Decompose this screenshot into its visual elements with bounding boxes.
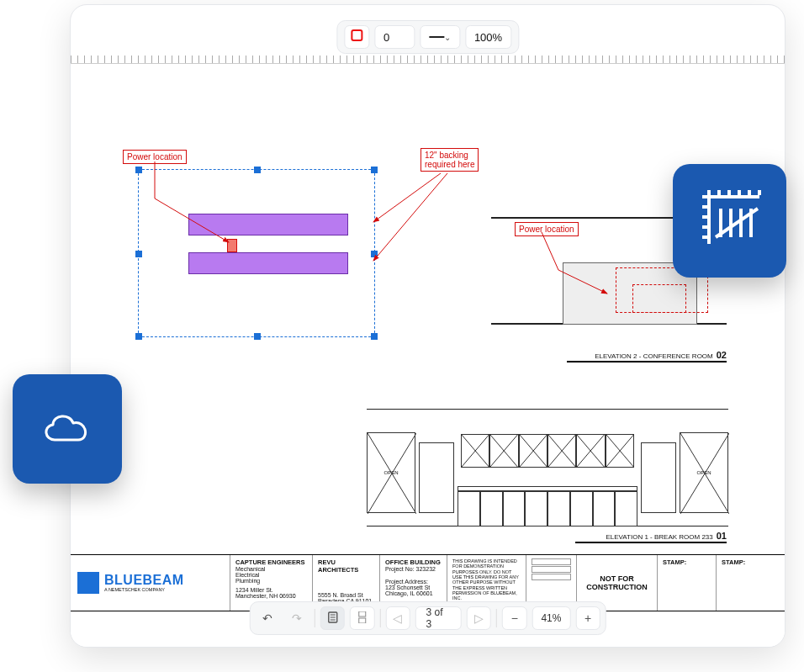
- page-single-icon: [326, 611, 338, 626]
- elevation-1-caption: ELEVATION 1 - BREAK ROOM 23301: [575, 531, 727, 543]
- zoom-out-button[interactable]: −: [502, 606, 526, 630]
- resize-handle-nw[interactable]: [135, 167, 142, 173]
- bluebeam-logo: BLUEBEAM A NEMETSCHEK COMPANY: [71, 555, 230, 611]
- rectangle-tool-button[interactable]: [344, 25, 369, 49]
- cloud-badge: [13, 374, 122, 484]
- resize-handle-e[interactable]: [371, 251, 378, 257]
- app-window: 0 ⌄ 100% Power location 12" backing requ…: [70, 4, 785, 648]
- resize-handle-w[interactable]: [135, 251, 142, 257]
- resize-handle-se[interactable]: [371, 333, 378, 340]
- resize-handle-ne[interactable]: [371, 167, 378, 173]
- zoom-top-display[interactable]: 100%: [465, 25, 511, 49]
- line-width-input[interactable]: 0: [374, 25, 415, 49]
- next-page-button[interactable]: ▷: [467, 606, 491, 630]
- bottom-toolbar: ↶ ↷ ◁ 3 of 3 ▷ − 41% +: [249, 601, 606, 635]
- svg-rect-21: [359, 611, 366, 616]
- elevation-1-drawing: OPEN OPEN: [367, 409, 728, 526]
- markup-bar-1[interactable]: [188, 214, 348, 235]
- markup-bar-2[interactable]: [188, 252, 348, 274]
- triangle-left-icon: ◁: [393, 611, 402, 625]
- line-solid-icon: [429, 36, 444, 38]
- view-mode-continuous-button[interactable]: [350, 606, 374, 630]
- top-toolbar: 0 ⌄ 100%: [336, 20, 519, 54]
- resize-handle-n[interactable]: [254, 167, 261, 173]
- callout-backing-required[interactable]: 12" backing required here: [421, 148, 479, 172]
- tb-stamp-2: STAMP:: [717, 555, 785, 611]
- undo-button[interactable]: ↶: [255, 606, 279, 630]
- logo-square-icon: [77, 572, 99, 594]
- minus-icon: −: [511, 611, 518, 625]
- redo-button[interactable]: ↷: [285, 606, 309, 630]
- view-mode-single-button[interactable]: [320, 606, 345, 630]
- rectangle-icon: [350, 29, 363, 45]
- page-indicator[interactable]: 3 of 3: [415, 606, 462, 630]
- svg-rect-22: [359, 618, 366, 623]
- zoom-in-button[interactable]: +: [575, 606, 600, 630]
- grid-tally-icon: [694, 183, 766, 259]
- drawing-canvas[interactable]: Power location 12" backing required here…: [71, 56, 785, 647]
- prev-page-button[interactable]: ◁: [385, 606, 410, 630]
- line-style-dropdown[interactable]: ⌄: [420, 25, 460, 49]
- callout-power-location-2[interactable]: Power location: [515, 222, 579, 236]
- plus-icon: +: [584, 611, 591, 625]
- resize-handle-sw[interactable]: [135, 333, 142, 340]
- redo-icon: ↷: [292, 611, 302, 625]
- zoom-display[interactable]: 41%: [532, 606, 570, 630]
- markup-power-symbol[interactable]: [227, 239, 237, 252]
- triangle-right-icon: ▷: [474, 611, 484, 625]
- cloud-icon: [38, 406, 97, 452]
- tb-stamp-1: STAMP:: [658, 555, 717, 611]
- page-continuous-icon: [357, 611, 368, 626]
- undo-icon: ↶: [262, 611, 272, 625]
- resize-handle-s[interactable]: [254, 333, 261, 340]
- callout-power-location[interactable]: Power location: [123, 150, 187, 164]
- elevation-2-caption: ELEVATION 2 - CONFERENCE ROOM02: [567, 350, 727, 362]
- svg-rect-0: [352, 30, 362, 40]
- ruler-horizontal: [71, 56, 785, 64]
- grid-badge: [673, 164, 786, 278]
- chevron-down-icon: ⌄: [444, 33, 451, 42]
